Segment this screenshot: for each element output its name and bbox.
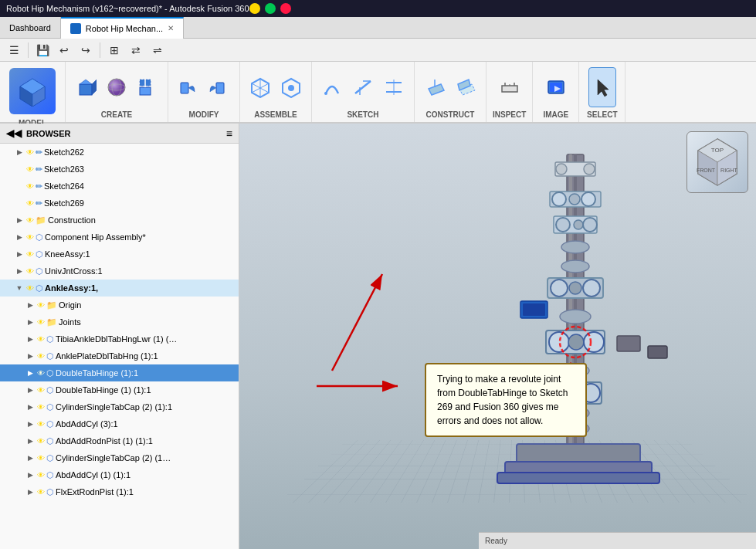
construct-axis-button[interactable] bbox=[452, 67, 480, 107]
eye-cylinder2[interactable]: 👁 bbox=[37, 454, 45, 463]
tree-item-cylinder2[interactable]: ▶ 👁 ⬡ CylinderSingleTabCap (2) (1… bbox=[0, 449, 239, 466]
expand-doubletabhinge2[interactable]: ▶ bbox=[25, 385, 36, 395]
expand-kneeassy[interactable]: ▶ bbox=[14, 249, 25, 259]
tree-item-sketch262[interactable]: ▶ 👁 ✏ Sketch262 bbox=[0, 144, 239, 161]
maximize-button[interactable] bbox=[265, 3, 276, 14]
nav-cube[interactable]: TOP FRONT RIGHT bbox=[687, 131, 748, 193]
expand-cylinder1[interactable]: ▶ bbox=[25, 402, 36, 412]
expand-ankleassy[interactable]: ▼ bbox=[14, 283, 25, 293]
share-button[interactable]: ⇌ bbox=[148, 41, 167, 59]
svg-point-55 bbox=[561, 260, 589, 273]
eye-abdaddcyl2[interactable]: 👁 bbox=[37, 471, 45, 480]
tab-dashboard[interactable]: Dashboard bbox=[0, 17, 61, 39]
eye-ankleassy[interactable]: 👁 bbox=[26, 284, 34, 293]
create-sphere-button[interactable] bbox=[103, 67, 131, 107]
eye-doubletabhinge2[interactable]: 👁 bbox=[37, 386, 45, 395]
tree-item-ankleplate[interactable]: ▶ 👁 ⬡ AnklePlateDblTabHng (1):1 bbox=[0, 347, 239, 364]
modify-1-button[interactable] bbox=[175, 67, 202, 107]
tree-item-sketch263[interactable]: 👁 ✏ Sketch263 bbox=[0, 161, 239, 178]
expand-sketch264[interactable] bbox=[14, 181, 25, 191]
image-render-button[interactable] bbox=[542, 67, 570, 107]
eye-sketch263[interactable]: 👁 bbox=[26, 165, 34, 174]
grid-button[interactable]: ⊞ bbox=[105, 41, 124, 59]
create-box-button[interactable] bbox=[72, 67, 100, 107]
tree-item-doubletabhinge2[interactable]: ▶ 👁 ⬡ DoubleTabHinge (1) (1):1 bbox=[0, 381, 239, 398]
ribbon-sketch-section: SKETCH bbox=[312, 62, 415, 122]
eye-abdaddcyl[interactable]: 👁 bbox=[37, 420, 45, 429]
model-cube-button[interactable] bbox=[9, 68, 56, 114]
tree-item-cylinder1[interactable]: ▶ 👁 ⬡ CylinderSingleTabCap (2) (1):1 bbox=[0, 398, 239, 415]
expand-sketch269[interactable] bbox=[14, 198, 25, 208]
expand-cylinder2[interactable]: ▶ bbox=[25, 452, 36, 463]
expand-hip-assembly[interactable]: ▶ bbox=[14, 232, 25, 242]
create-extrude-button[interactable] bbox=[134, 67, 161, 107]
assemble-2-button[interactable] bbox=[277, 67, 305, 107]
expand-flxext[interactable]: ▶ bbox=[25, 486, 36, 497]
tree-item-tibia[interactable]: ▶ 👁 ⬡ TibiaAnkleDblTabHngLwr (1) (… bbox=[0, 330, 239, 347]
expand-construction[interactable]: ▶ bbox=[14, 215, 25, 225]
sync-button[interactable]: ⇄ bbox=[127, 41, 145, 59]
modify-2-button[interactable] bbox=[205, 67, 233, 107]
expand-doubletabhinge[interactable]: ▶ bbox=[25, 368, 36, 378]
expand-origin[interactable]: ▶ bbox=[25, 300, 36, 310]
tree-item-ankleassy[interactable]: ▼ 👁 ⬡ AnkleAssy:1, bbox=[0, 280, 239, 297]
tree-item-abdaddrodn[interactable]: ▶ 👁 ⬡ AbdAddRodnPist (1) (1):1 bbox=[0, 432, 239, 449]
tree-item-construction[interactable]: ▶ 👁 📁 Construction bbox=[0, 212, 239, 229]
tree-item-hip-assembly[interactable]: ▶ 👁 ⬡ Component Hip Assembly* bbox=[0, 229, 239, 246]
tree-item-doubletabhinge[interactable]: ▶ 👁 ⬡ DoubleTabHinge (1):1 bbox=[0, 364, 239, 381]
expand-abdaddcyl2[interactable]: ▶ bbox=[25, 469, 36, 480]
eye-flxext[interactable]: 👁 bbox=[37, 488, 45, 496]
eye-construction[interactable]: 👁 bbox=[26, 216, 34, 225]
eye-sketch264[interactable]: 👁 bbox=[26, 182, 34, 191]
tree-item-abdaddcyl2[interactable]: ▶ 👁 ⬡ AbdAddCyl (1) (1):1 bbox=[0, 466, 239, 483]
expand-joints[interactable]: ▶ bbox=[25, 317, 36, 327]
tree-item-univjnt[interactable]: ▶ 👁 ⬡ UnivJntCross:1 bbox=[0, 263, 239, 280]
eye-cylinder1[interactable]: 👁 bbox=[37, 403, 45, 412]
eye-sketch262[interactable]: 👁 bbox=[26, 148, 34, 157]
tree-item-sketch269[interactable]: 👁 ✏ Sketch269 bbox=[0, 195, 239, 212]
browser-collapse-button[interactable]: ◀◀ bbox=[6, 127, 22, 139]
tree-item-flxext[interactable]: ▶ 👁 ⬡ FlxExtRodnPist (1):1 bbox=[0, 483, 239, 500]
redo-button[interactable]: ↪ bbox=[76, 41, 95, 59]
expand-sketch263[interactable] bbox=[14, 164, 25, 175]
label-hip-assembly: Component Hip Assembly* bbox=[45, 232, 146, 242]
expand-sketch262[interactable]: ▶ bbox=[14, 147, 25, 158]
sketch-line-button[interactable] bbox=[349, 67, 377, 107]
eye-univjnt[interactable]: 👁 bbox=[26, 267, 34, 276]
sketch-constraint-button[interactable] bbox=[380, 67, 408, 107]
construct-plane-button[interactable] bbox=[421, 67, 449, 107]
expand-abdaddcyl[interactable]: ▶ bbox=[25, 419, 36, 429]
tree-item-abdaddcyl[interactable]: ▶ 👁 ⬡ AbdAddCyl (3):1 bbox=[0, 415, 239, 432]
eye-origin[interactable]: 👁 bbox=[37, 301, 45, 310]
inspect-measure-button[interactable] bbox=[496, 67, 524, 107]
eye-ankleplate[interactable]: 👁 bbox=[37, 352, 45, 361]
tab-robot-hip[interactable]: Robot Hip Mechan... ✕ bbox=[61, 17, 184, 39]
tree-item-origin[interactable]: ▶ 👁 📁 Origin bbox=[0, 297, 239, 313]
expand-univjnt[interactable]: ▶ bbox=[14, 266, 25, 276]
minimize-button[interactable] bbox=[249, 3, 260, 14]
menu-button[interactable]: ☰ bbox=[5, 41, 23, 59]
undo-button[interactable]: ↩ bbox=[55, 41, 73, 59]
assemble-1-button[interactable] bbox=[246, 67, 274, 107]
eye-abdaddrodn[interactable]: 👁 bbox=[37, 437, 45, 446]
sketch-arc-button[interactable] bbox=[318, 67, 346, 107]
tree-item-sketch264[interactable]: 👁 ✏ Sketch264 bbox=[0, 178, 239, 195]
expand-ankleplate[interactable]: ▶ bbox=[25, 351, 36, 361]
expand-abdaddrodn[interactable]: ▶ bbox=[25, 435, 36, 446]
close-button[interactable] bbox=[280, 3, 291, 14]
tab-close-button[interactable]: ✕ bbox=[168, 24, 174, 32]
eye-kneeassy[interactable]: 👁 bbox=[26, 250, 34, 259]
expand-tibia[interactable]: ▶ bbox=[25, 334, 36, 344]
tabbar: Dashboard Robot Hip Mechan... ✕ bbox=[0, 17, 756, 39]
viewport[interactable]: Trying to make a revolute joint from Dou… bbox=[239, 124, 756, 549]
eye-hip-assembly[interactable]: 👁 bbox=[26, 233, 34, 242]
tree-item-joints[interactable]: ▶ 👁 📁 Joints bbox=[0, 313, 239, 330]
eye-tibia[interactable]: 👁 bbox=[37, 335, 45, 344]
eye-joints[interactable]: 👁 bbox=[37, 318, 45, 327]
eye-sketch269[interactable]: 👁 bbox=[26, 199, 34, 208]
eye-doubletabhinge[interactable]: 👁 bbox=[37, 369, 45, 378]
save-button[interactable]: 💾 bbox=[33, 41, 52, 59]
tree-item-kneeassy[interactable]: ▶ 👁 ⬡ KneeAssy:1 bbox=[0, 246, 239, 263]
browser-options-button[interactable]: ≡ bbox=[226, 127, 232, 140]
select-button[interactable] bbox=[588, 67, 616, 107]
